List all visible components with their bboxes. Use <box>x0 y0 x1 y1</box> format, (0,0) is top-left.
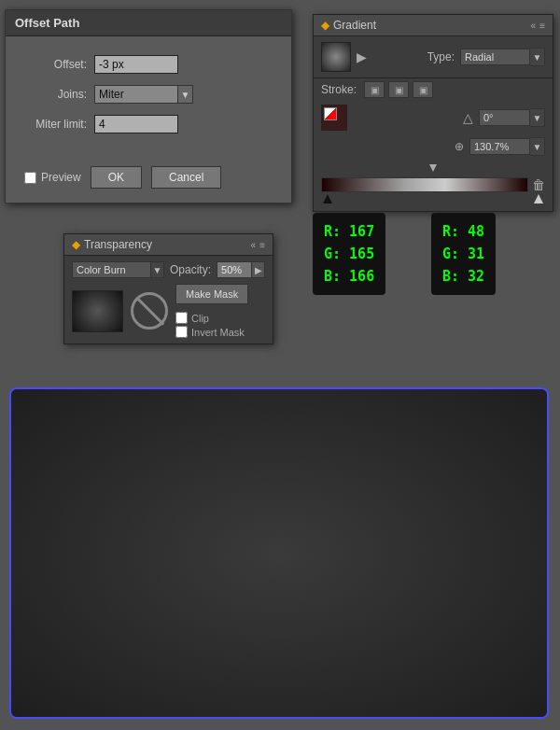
gradient-swatch-row: △ 0° 45° 90° ▼ <box>314 101 553 134</box>
offset-input[interactable] <box>94 55 178 74</box>
stop-left[interactable] <box>323 194 332 204</box>
trans-no-entry-icon <box>131 292 168 330</box>
trans-thumbnail <box>72 290 123 332</box>
dialog-title-text: Offset Path <box>15 16 79 30</box>
gradient-stroke-row: Stroke: ▣ ▣ ▣ <box>314 78 553 101</box>
make-mask-button[interactable]: Make Mask <box>175 284 248 304</box>
scale-icon: ⊕ <box>455 140 464 153</box>
joins-select-wrap: Miter Round Bevel ▼ <box>94 85 193 104</box>
offset-row: Offset: <box>24 55 273 74</box>
gradient-expand-arrow[interactable]: ▶ <box>357 49 367 64</box>
transparency-panel: ◆ Transparency « ≡ Normal Multiply Scree… <box>63 233 273 344</box>
swatch-red-diag <box>325 108 336 119</box>
trans-invert-row: Invert Mask <box>175 326 245 338</box>
swatch-white-overlay <box>324 107 337 120</box>
trans-clip-label: Clip <box>191 313 209 324</box>
gradient-bar-row: 🗑 <box>314 172 553 194</box>
trans-collapse-icon[interactable]: « <box>251 240 257 250</box>
stop-right[interactable] <box>534 194 543 204</box>
canvas-area[interactable] <box>9 387 549 719</box>
gradient-type-row: Type: Linear Radial ▼ <box>427 48 545 66</box>
trans-opacity-wrap: ▶ <box>217 261 265 278</box>
color-left-r: R: 167 <box>324 220 374 243</box>
trans-invert-checkbox[interactable] <box>175 326 188 338</box>
joins-select[interactable]: Miter Round Bevel <box>94 85 178 104</box>
stroke-label: Stroke: <box>321 83 357 96</box>
cancel-button[interactable]: Cancel <box>151 166 221 189</box>
trans-title-left: ◆ Transparency <box>72 238 152 251</box>
trans-title-icons: « ≡ <box>251 240 265 250</box>
color-right-b: B: 32 <box>442 265 484 288</box>
miter-row: Miter limit: <box>24 115 273 133</box>
trans-thumb-row: Make Mask Clip Invert Mask <box>72 284 265 338</box>
trans-mode-row: Normal Multiply Screen Overlay Color Bur… <box>72 261 265 278</box>
offset-label: Offset: <box>24 58 94 71</box>
trans-mode-arrow-icon[interactable]: ▼ <box>151 261 164 278</box>
gradient-swatch-preview <box>321 42 351 72</box>
gradient-diamond-icon: ◆ <box>321 19 329 32</box>
trans-menu-icon[interactable]: ≡ <box>259 240 265 250</box>
ok-button[interactable]: OK <box>91 166 142 189</box>
delete-stop-icon[interactable]: 🗑 <box>532 177 545 192</box>
trans-invert-label: Invert Mask <box>191 327 245 338</box>
color-left-b: B: 166 <box>324 265 374 288</box>
angle-select[interactable]: 0° 45° 90° <box>479 109 530 126</box>
offset-path-title: Offset Path <box>6 10 291 36</box>
canvas-inner <box>11 389 547 717</box>
trans-body: Normal Multiply Screen Overlay Color Bur… <box>64 256 273 344</box>
offset-path-dialog: Offset Path Offset: Joins: Miter Round B… <box>5 9 292 204</box>
trans-checks: Clip Invert Mask <box>175 312 245 338</box>
color-info-right: R: 48 G: 31 B: 32 <box>431 213 496 295</box>
color-left-g: G: 165 <box>324 243 374 265</box>
scale-select[interactable]: 130.7% 100% <box>469 138 530 155</box>
trans-opacity-arrow-icon[interactable]: ▶ <box>252 261 265 278</box>
trans-diamond-icon: ◆ <box>72 238 80 251</box>
miter-input[interactable] <box>94 115 178 133</box>
stroke-btn-2[interactable]: ▣ <box>388 81 409 98</box>
stroke-btn-3[interactable]: ▣ <box>413 81 433 98</box>
stroke-btn-1[interactable]: ▣ <box>364 81 385 98</box>
trans-mode-wrap: Normal Multiply Screen Overlay Color Bur… <box>72 261 164 278</box>
trans-title-text: Transparency <box>84 238 152 251</box>
gradient-stops-row <box>314 194 553 211</box>
trans-clip-checkbox[interactable] <box>175 312 188 324</box>
joins-arrow-icon[interactable]: ▼ <box>178 85 193 104</box>
joins-label: Joins: <box>24 88 94 101</box>
gradient-angle-row: △ 0° 45° 90° ▼ <box>463 108 545 127</box>
trans-mode-select[interactable]: Normal Multiply Screen Overlay Color Bur… <box>72 261 151 278</box>
gradient-scale-row: ⊕ 130.7% 100% ▼ <box>314 134 553 159</box>
angle-arrow-icon[interactable]: ▼ <box>530 108 545 127</box>
gradient-collapse-icon[interactable]: « <box>531 21 537 31</box>
trans-opacity-label: Opacity: <box>170 263 211 276</box>
joins-row: Joins: Miter Round Bevel ▼ <box>24 85 273 104</box>
gradient-type-label: Type: <box>427 50 455 63</box>
gradient-preview-row: ▶ Type: Linear Radial ▼ <box>314 36 553 78</box>
gradient-midpoint-marker <box>429 164 437 172</box>
color-right-r: R: 48 <box>442 220 484 243</box>
preview-checkbox[interactable] <box>24 172 36 184</box>
trans-right-col: Make Mask Clip Invert Mask <box>175 284 248 338</box>
miter-label: Miter limit: <box>24 118 94 131</box>
gradient-color-swatch[interactable] <box>321 105 347 131</box>
scale-arrow-icon[interactable]: ▼ <box>530 137 545 156</box>
transparency-titlebar: ◆ Transparency « ≡ <box>64 234 273 256</box>
type-select-wrap: Linear Radial ▼ <box>460 48 545 66</box>
type-arrow-icon[interactable]: ▼ <box>530 48 545 66</box>
gradient-title-text: Gradient <box>333 19 376 32</box>
color-info-left: R: 167 G: 165 B: 166 <box>313 213 385 295</box>
angle-icon: △ <box>463 110 473 125</box>
gradient-menu-icon[interactable]: ≡ <box>539 21 545 31</box>
gradient-bar[interactable] <box>321 177 528 192</box>
trans-opacity-input[interactable] <box>217 261 252 278</box>
preview-checkbox-row: Preview <box>24 171 81 184</box>
gradient-midpoint-row <box>314 159 553 172</box>
gradient-titlebar: ◆ Gradient « ≡ <box>314 15 553 36</box>
trans-clip-row: Clip <box>175 312 245 324</box>
gradient-panel: ◆ Gradient « ≡ ▶ Type: Linear Radial ▼ <box>313 14 553 212</box>
color-right-g: G: 31 <box>442 243 484 265</box>
gradient-type-select[interactable]: Linear Radial <box>460 49 530 65</box>
preview-label: Preview <box>41 171 81 184</box>
